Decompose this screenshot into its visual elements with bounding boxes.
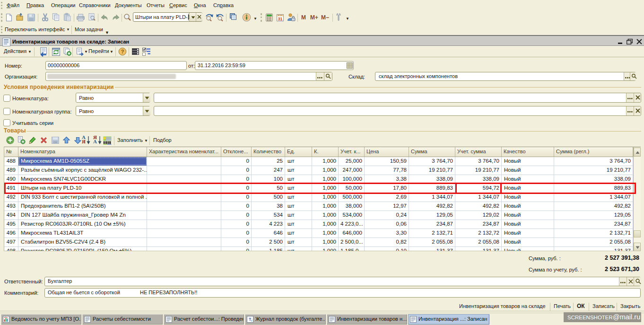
svg-text:г: г	[251, 319, 252, 322]
svg-text:31: 31	[278, 17, 283, 21]
svg-text:ОК: ОК	[53, 141, 57, 144]
svg-text:?: ?	[121, 49, 124, 54]
